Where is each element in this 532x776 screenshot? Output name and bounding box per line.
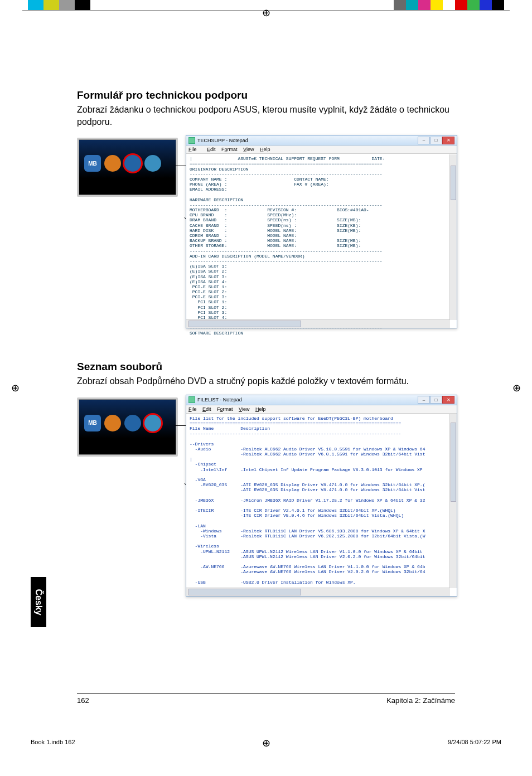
thumb-icon-filelist-highlighted bbox=[144, 415, 161, 431]
notepad-menubar[interactable]: File Edit Format View Help bbox=[186, 405, 457, 414]
language-tab: Česky bbox=[31, 577, 46, 627]
registration-mark-right: ⊕ bbox=[512, 382, 521, 394]
window-maximize-button[interactable]: □ bbox=[430, 396, 442, 404]
window-minimize-button[interactable]: – bbox=[418, 396, 430, 404]
chapter-label: Kapitola 2: Začínáme bbox=[386, 696, 455, 705]
notepad-title: FILELIST - Notepad bbox=[197, 397, 242, 402]
menu-help[interactable]: Help bbox=[255, 406, 266, 412]
heading-tech-support-form: Formulář pro technickou podporu bbox=[77, 89, 456, 101]
thumb-icon-drivers bbox=[104, 155, 121, 172]
notepad-content-techsupp[interactable]: | ASUSTeK TECHNICAL SUPPORT REQUEST FORM… bbox=[186, 154, 457, 337]
vertical-scrollbar[interactable] bbox=[449, 154, 457, 320]
window-minimize-button[interactable]: – bbox=[418, 137, 430, 144]
menu-edit[interactable]: Edit bbox=[207, 147, 216, 152]
menu-help[interactable]: Help bbox=[260, 147, 270, 152]
dvd-menu-thumbnail: MB bbox=[77, 138, 178, 197]
scroll-thumb[interactable] bbox=[188, 321, 301, 327]
horizontal-scrollbar[interactable] bbox=[186, 588, 450, 596]
footer-rule bbox=[77, 693, 455, 693]
notepad-app-icon bbox=[188, 137, 195, 144]
callout-line bbox=[175, 425, 186, 482]
menu-file[interactable]: File bbox=[188, 406, 197, 412]
menu-edit[interactable]: Edit bbox=[202, 406, 211, 412]
horizontal-scrollbar[interactable] bbox=[186, 319, 450, 328]
thumb-icon-manual-highlighted bbox=[124, 155, 141, 172]
thumb-icon-filelist bbox=[144, 155, 161, 172]
window-close-button[interactable]: ✕ bbox=[442, 137, 454, 144]
scroll-thumb[interactable] bbox=[451, 166, 456, 200]
window-close-button[interactable]: ✕ bbox=[442, 396, 454, 404]
dvd-menu-thumbnail: MB bbox=[77, 397, 178, 457]
window-maximize-button[interactable]: □ bbox=[430, 137, 442, 144]
callout-line bbox=[175, 166, 186, 216]
paragraph-filelist: Zobrazí obsah Podpůrného DVD a stručný p… bbox=[77, 375, 456, 387]
print-slug-filename: Book 1.indb 162 bbox=[31, 739, 75, 745]
notepad-menubar[interactable]: File Edit Format View Help bbox=[186, 146, 457, 154]
print-slug-datetime: 9/24/08 5:07:22 PM bbox=[448, 739, 501, 745]
vertical-scrollbar[interactable] bbox=[449, 414, 457, 588]
registration-mark-bottom: ⊕ bbox=[262, 737, 270, 749]
notepad-window-techsupp: TECHSUPP - Notepad – □ ✕ File Edit Forma… bbox=[186, 135, 457, 328]
figure-techsupp: MB TECHSUPP - Notepad – □ ✕ File Edit Fo… bbox=[77, 138, 456, 299]
notepad-titlebar[interactable]: TECHSUPP - Notepad – □ ✕ bbox=[186, 135, 457, 146]
notepad-app-icon bbox=[188, 396, 195, 403]
language-tab-label: Česky bbox=[33, 589, 43, 615]
thumb-icon-drivers bbox=[104, 415, 121, 431]
scroll-thumb[interactable] bbox=[188, 589, 301, 595]
menu-view[interactable]: View bbox=[243, 147, 254, 152]
heading-filelist: Seznam souborů bbox=[77, 361, 456, 373]
figure-filelist: MB FILELIST - Notepad – □ ✕ bbox=[77, 397, 456, 576]
menu-view[interactable]: View bbox=[239, 406, 249, 412]
menu-format[interactable]: Format bbox=[217, 406, 233, 412]
menu-format[interactable]: Format bbox=[221, 147, 238, 152]
menu-file[interactable]: File bbox=[188, 147, 201, 152]
notepad-titlebar[interactable]: FILELIST - Notepad – □ ✕ bbox=[186, 395, 457, 405]
thumb-icon-motherboard: MB bbox=[84, 415, 101, 431]
paragraph-tech-support-form: Zobrazí žádanku o technickou podporu ASU… bbox=[77, 104, 456, 128]
thumb-icon-motherboard: MB bbox=[84, 155, 101, 172]
notepad-window-filelist: FILELIST - Notepad – □ ✕ File Edit Forma… bbox=[186, 395, 457, 596]
thumb-icon-manual bbox=[124, 415, 141, 431]
scroll-thumb[interactable] bbox=[451, 423, 456, 502]
registration-mark-left: ⊕ bbox=[11, 382, 20, 394]
registration-mark-top: ⊕ bbox=[262, 7, 270, 19]
page-number: 162 bbox=[77, 696, 89, 705]
notepad-content-filelist[interactable]: File list for the included support softw… bbox=[186, 414, 457, 586]
notepad-title: TECHSUPP - Notepad bbox=[197, 138, 248, 143]
